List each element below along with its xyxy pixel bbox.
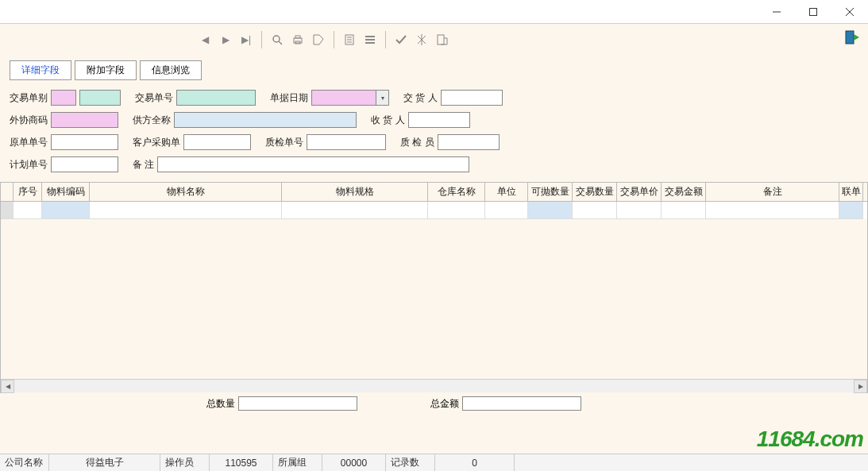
form-area: 交易单别 交易单号 单据日期 ▾ 交 货 人 外协商码 供方全称 收 货 人 原… (0, 80, 868, 182)
cell[interactable] (42, 202, 90, 219)
list-icon[interactable] (360, 29, 380, 50)
grid-header: 序号 物料编码 物料名称 物料规格 仓库名称 单位 可抛数量 交易数量 交易单价… (1, 183, 867, 202)
title-bar (0, 0, 868, 24)
receiver-input[interactable] (408, 112, 470, 128)
deliverer-input[interactable] (441, 90, 503, 106)
grid-row[interactable] (1, 202, 867, 219)
total-qty-input[interactable] (238, 396, 357, 411)
close-button[interactable] (831, 0, 868, 24)
label-qc-no: 质检单号 (265, 136, 303, 149)
tabs: 详细字段 附加字段 信息浏览 (0, 60, 868, 80)
plan-no-input[interactable] (51, 156, 118, 172)
svg-rect-16 (438, 35, 444, 44)
label-tx-type: 交易单别 (10, 91, 48, 105)
print-icon[interactable] (287, 29, 308, 50)
maximize-button[interactable] (795, 0, 831, 24)
cell[interactable] (528, 202, 573, 219)
cell[interactable] (485, 202, 528, 219)
scroll-right-button[interactable]: ▶ (854, 380, 867, 393)
label-remark: 备 注 (133, 158, 154, 172)
tab-info-browse[interactable]: 信息浏览 (140, 60, 202, 80)
label-qc-person: 质 检 员 (400, 136, 434, 149)
scroll-track[interactable] (14, 380, 854, 392)
data-grid[interactable]: 序号 物料编码 物料名称 物料规格 仓库名称 单位 可抛数量 交易数量 交易单价… (0, 182, 868, 393)
check-icon[interactable] (391, 29, 411, 50)
cell[interactable] (282, 202, 428, 219)
nav-prev-icon[interactable]: ◀ (195, 29, 215, 50)
qc-no-input[interactable] (307, 134, 386, 150)
label-total-qty: 总数量 (206, 397, 235, 411)
status-records-value: 0 (435, 454, 515, 471)
col-seq[interactable]: 序号 (14, 183, 42, 201)
exit-icon[interactable] (844, 29, 862, 46)
cell[interactable] (839, 202, 863, 219)
supplier-code-input[interactable] (51, 112, 118, 128)
totals-bar: 总数量 总金额 (0, 393, 868, 414)
col-tx-price[interactable]: 交易单价 (617, 183, 662, 201)
grid-row-selector-header (1, 183, 14, 201)
qc-person-input[interactable] (438, 134, 500, 150)
svg-point-4 (273, 36, 280, 42)
status-records-label: 记录数 (386, 454, 435, 471)
status-operator-label: 操作员 (160, 454, 210, 471)
label-supplier-code: 外协商码 (10, 114, 48, 127)
horizontal-scrollbar[interactable]: ◀ ▶ (1, 379, 867, 392)
cell[interactable] (617, 202, 662, 219)
grid-empty-area (1, 219, 867, 396)
svg-rect-1 (810, 8, 817, 15)
scroll-left-button[interactable]: ◀ (1, 380, 14, 393)
nav-last-icon[interactable]: ▶| (236, 29, 257, 50)
total-amount-input[interactable] (462, 396, 581, 411)
cell[interactable] (14, 202, 42, 219)
tab-additional-fields[interactable]: 附加字段 (75, 60, 137, 80)
grid-row-selector[interactable] (1, 202, 14, 219)
cust-po-input[interactable] (183, 134, 251, 150)
nav-next-icon[interactable]: ▶ (215, 29, 236, 50)
cell[interactable] (90, 202, 282, 219)
col-tx-amount[interactable]: 交易金额 (662, 183, 706, 201)
tx-no-input[interactable] (176, 90, 256, 106)
cell[interactable] (428, 202, 485, 219)
label-supplier-name: 供方全称 (133, 114, 171, 127)
document-icon[interactable] (339, 29, 360, 50)
toolbar-separator (261, 31, 262, 48)
tx-type-name-input[interactable] (79, 90, 121, 106)
orig-no-input[interactable] (51, 134, 118, 150)
svg-rect-17 (846, 31, 854, 44)
toolbar: ◀ ▶ ▶| (0, 24, 868, 56)
status-group-label: 所属组 (273, 454, 322, 471)
col-linked[interactable]: 联单 (839, 183, 863, 201)
toolbar-separator (334, 31, 334, 48)
col-material-name[interactable]: 物料名称 (90, 183, 282, 201)
doc-date-input[interactable] (311, 90, 376, 106)
col-material-code[interactable]: 物料编码 (42, 183, 90, 201)
cell[interactable] (706, 202, 839, 219)
doc-date-dropdown-button[interactable]: ▾ (376, 90, 389, 106)
tab-detail-fields[interactable]: 详细字段 (10, 60, 71, 80)
label-plan-no: 计划单号 (10, 158, 48, 172)
toolbar-separator (385, 31, 386, 48)
svg-line-5 (279, 41, 282, 44)
cell[interactable] (573, 202, 617, 219)
tag-icon[interactable] (308, 29, 329, 50)
svg-rect-7 (295, 36, 300, 38)
col-remark[interactable]: 备注 (706, 183, 839, 201)
status-company-label: 公司名称 (0, 454, 49, 471)
remark-input[interactable] (157, 156, 469, 172)
export-icon[interactable] (432, 29, 453, 50)
status-group-value: 00000 (322, 454, 386, 471)
supplier-name-input[interactable] (174, 112, 357, 128)
label-deliverer: 交 货 人 (403, 91, 438, 105)
approve-icon[interactable] (411, 29, 432, 50)
watermark: 11684.com (757, 427, 863, 452)
minimize-button[interactable] (758, 0, 795, 24)
col-material-spec[interactable]: 物料规格 (282, 183, 428, 201)
col-tx-qty[interactable]: 交易数量 (573, 183, 617, 201)
tx-type-code-input[interactable] (51, 90, 76, 106)
col-avail-qty[interactable]: 可抛数量 (528, 183, 573, 201)
cell[interactable] (662, 202, 706, 219)
col-warehouse[interactable]: 仓库名称 (428, 183, 485, 201)
col-unit[interactable]: 单位 (485, 183, 528, 201)
label-receiver: 收 货 人 (371, 114, 405, 127)
search-icon[interactable] (267, 29, 287, 50)
